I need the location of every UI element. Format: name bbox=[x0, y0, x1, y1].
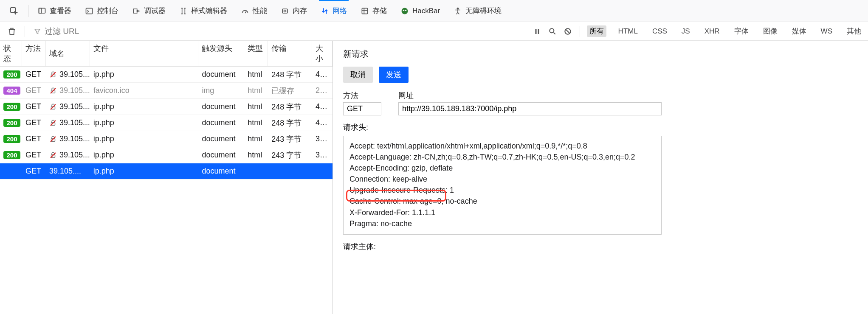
cause-cell: document bbox=[198, 102, 244, 111]
request-row[interactable]: 200GET39.105....ip.phpdocumenthtml248 字节… bbox=[0, 99, 333, 115]
filter-font[interactable]: 字体 bbox=[732, 25, 751, 37]
svg-rect-12 bbox=[538, 29, 539, 34]
col-status[interactable]: 状态 bbox=[0, 41, 22, 66]
type-cell: html bbox=[244, 70, 268, 79]
tab-hackbar[interactable]: HackBar bbox=[395, 0, 446, 22]
type-cell: html bbox=[244, 151, 268, 160]
panel-title: 新请求 bbox=[343, 48, 860, 60]
inspector-icon bbox=[38, 7, 46, 15]
transfer-cell: 243 字节 bbox=[268, 134, 312, 144]
col-transfer[interactable]: 传输 bbox=[268, 41, 312, 66]
svg-point-7 bbox=[402, 8, 408, 14]
filter-other[interactable]: 其他 bbox=[844, 25, 864, 37]
cancel-button[interactable]: 取消 bbox=[343, 67, 373, 83]
headers-textarea[interactable]: Accept: text/html,application/xhtml+xml,… bbox=[343, 136, 662, 235]
hackbar-icon bbox=[400, 7, 409, 15]
pick-element-icon bbox=[9, 6, 19, 16]
request-row[interactable]: 404GET39.105....favicon.icoimghtml已缓存278… bbox=[0, 83, 333, 99]
insecure-lock-icon bbox=[49, 71, 57, 78]
status-badge: 404 bbox=[3, 87, 20, 95]
domain-cell: 39.105.... bbox=[46, 102, 90, 111]
tab-label: 调试器 bbox=[144, 6, 166, 16]
svg-rect-4 bbox=[282, 9, 287, 13]
url-input[interactable] bbox=[398, 102, 662, 115]
cause-cell: document bbox=[198, 167, 244, 176]
tab-label: 网络 bbox=[333, 6, 347, 16]
separator bbox=[28, 5, 28, 17]
insecure-lock-icon bbox=[49, 119, 57, 127]
pause-button[interactable] bbox=[530, 24, 545, 39]
tab-debugger[interactable]: 调试器 bbox=[126, 0, 172, 22]
filter-img[interactable]: 图像 bbox=[761, 25, 780, 37]
cause-cell: img bbox=[198, 86, 244, 95]
filter-js[interactable]: JS bbox=[679, 26, 693, 36]
col-file[interactable]: 文件 bbox=[90, 41, 199, 66]
request-row[interactable]: 200GET39.105....ip.phpdocumenthtml248 字节… bbox=[0, 67, 333, 83]
svg-point-9 bbox=[405, 9, 406, 11]
pick-element-button[interactable] bbox=[3, 0, 25, 22]
header-line: Connection: keep-alive bbox=[349, 174, 655, 185]
cause-cell: document bbox=[198, 135, 244, 143]
insecure-lock-icon bbox=[49, 135, 57, 143]
insecure-lock-icon bbox=[49, 103, 57, 111]
filter-all[interactable]: 所有 bbox=[587, 25, 606, 37]
filter-css[interactable]: CSS bbox=[650, 26, 670, 36]
svg-rect-6 bbox=[362, 8, 367, 14]
file-cell: ip.php bbox=[90, 167, 199, 176]
tab-accessibility[interactable]: 无障碍环境 bbox=[448, 0, 507, 22]
tab-label: 性能 bbox=[253, 6, 267, 16]
file-cell: ip.php bbox=[90, 102, 199, 111]
filter-icon bbox=[34, 28, 41, 35]
col-domain[interactable]: 域名 bbox=[46, 41, 90, 66]
clear-button[interactable] bbox=[4, 24, 20, 39]
tab-style-editor[interactable]: 样式编辑器 bbox=[173, 0, 233, 22]
request-row[interactable]: 200GET39.105....ip.phpdocumenthtml243 字节… bbox=[0, 147, 333, 163]
tab-console[interactable]: 控制台 bbox=[79, 0, 124, 22]
method-cell: GET bbox=[22, 135, 46, 143]
size-cell: 44 ... bbox=[312, 118, 333, 127]
tab-memory[interactable]: 内存 bbox=[275, 0, 313, 22]
filter-url-input[interactable]: 过滤 URL bbox=[34, 26, 79, 37]
filter-ws[interactable]: WS bbox=[818, 26, 835, 36]
col-method[interactable]: 方法 bbox=[22, 41, 46, 66]
accessibility-icon bbox=[454, 7, 462, 15]
method-cell: GET bbox=[22, 167, 46, 176]
url-label: 网址 bbox=[398, 90, 662, 101]
type-cell: html bbox=[244, 102, 268, 111]
send-button[interactable]: 发送 bbox=[379, 67, 409, 83]
request-row[interactable]: 200GET39.105....ip.phpdocumenthtml243 字节… bbox=[0, 131, 333, 147]
method-input[interactable] bbox=[343, 102, 381, 115]
request-row[interactable]: 200GET39.105....ip.phpdocumenthtml248 字节… bbox=[0, 115, 333, 131]
size-cell: 44 ... bbox=[312, 70, 333, 79]
request-row[interactable]: GET39.105....ip.phpdocument bbox=[0, 163, 333, 179]
type-filters: 所有 HTML CSS JS XHR 字体 图像 媒体 WS 其他 bbox=[587, 25, 864, 37]
tab-label: 内存 bbox=[293, 6, 307, 16]
filter-media[interactable]: 媒体 bbox=[789, 25, 809, 37]
tab-network[interactable]: 网络 bbox=[315, 0, 353, 22]
request-list: 状态 方法 域名 文件 触发源头 类型 传输 大小 200GET39.105..… bbox=[0, 41, 333, 314]
domain-cell: 39.105.... bbox=[46, 167, 90, 176]
size-cell: 44 ... bbox=[312, 102, 333, 111]
cause-cell: document bbox=[198, 118, 244, 127]
tab-label: 查看器 bbox=[50, 6, 71, 16]
col-type[interactable]: 类型 bbox=[244, 41, 268, 66]
file-cell: ip.php bbox=[90, 118, 199, 127]
headers-label: 请求头: bbox=[343, 122, 860, 132]
tab-inspector[interactable]: 查看器 bbox=[32, 0, 77, 22]
debugger-icon bbox=[132, 7, 141, 15]
search-button[interactable] bbox=[545, 24, 560, 39]
tab-label: HackBar bbox=[412, 7, 440, 15]
filter-xhr[interactable]: XHR bbox=[702, 26, 722, 36]
status-badge: 200 bbox=[3, 70, 20, 78]
tab-storage[interactable]: 存储 bbox=[355, 0, 393, 22]
storage-icon bbox=[361, 7, 369, 15]
filter-html[interactable]: HTML bbox=[616, 26, 640, 36]
status-badge: 200 bbox=[3, 103, 20, 111]
performance-icon bbox=[241, 7, 249, 15]
method-label: 方法 bbox=[343, 90, 381, 101]
tab-performance[interactable]: 性能 bbox=[235, 0, 273, 22]
block-button[interactable] bbox=[560, 24, 575, 39]
col-cause[interactable]: 触发源头 bbox=[198, 41, 244, 66]
col-size[interactable]: 大小 bbox=[312, 41, 333, 66]
method-cell: GET bbox=[22, 151, 46, 160]
